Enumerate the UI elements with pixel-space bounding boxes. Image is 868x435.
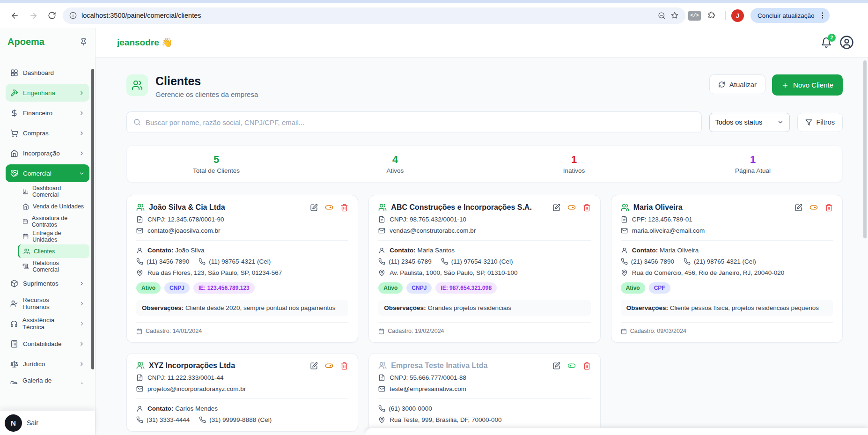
toggle-status-button[interactable] (567, 361, 576, 370)
sidebar-item-dashboard-comercial[interactable]: Dashboard Comercial (18, 184, 89, 198)
map-pin-icon (378, 416, 385, 423)
sidebar-item-relatorios-comercial[interactable]: Relatórios Comercial (18, 259, 89, 273)
client-email: vendas@construtorabc.com.br (378, 227, 590, 234)
client-phone: (11) 98765-4321 (Cel) (199, 258, 271, 265)
scales-icon (10, 360, 18, 368)
client-address: Rua Teste, 999, Brasília, DF, 70000-000 (378, 416, 590, 423)
delete-client-button[interactable] (340, 204, 348, 212)
page-content: Clientes Gerencie os clientes da empresa… (96, 58, 868, 435)
logout-button[interactable]: Sair (27, 419, 38, 427)
delete-client-button[interactable] (340, 362, 348, 370)
sidebar-item-label: Suprimentos (23, 280, 59, 287)
sidebar-item-assistencia-tecnica[interactable]: Assistência Técnica (6, 315, 89, 332)
client-document: CNPJ: 55.666.777/0001-88 (378, 374, 590, 381)
sidebar-item-clientes[interactable]: Clientes (18, 244, 89, 258)
sidebar-item-comercial[interactable]: Comercial (6, 164, 89, 182)
handshake-icon (10, 170, 18, 177)
edit-client-button[interactable] (310, 362, 318, 370)
page-subtitle: Gerencie os clientes da empresa (155, 90, 258, 98)
sidebar-item-galeria-de-arquivos[interactable]: Galeria de Arquivos (6, 375, 89, 384)
devtools-extension-icon[interactable]: </> (688, 11, 701, 21)
toggle-status-button[interactable] (567, 203, 576, 212)
sidebar-item-financeiro[interactable]: Financeiro (6, 104, 89, 122)
chevron-right-icon (79, 341, 85, 347)
map-pin-icon (378, 269, 385, 276)
bookmark-star-icon-slot[interactable] (670, 11, 679, 20)
extensions-puzzle-icon[interactable] (704, 7, 720, 23)
pin-icon[interactable] (80, 38, 88, 46)
client-notes: Observações: Cliente desde 2020, sempre … (136, 300, 348, 316)
edit-client-button[interactable] (552, 362, 560, 370)
card-divider (136, 398, 348, 399)
sidebar-item-assinatura-de-contratos[interactable]: Assinatura de Contratos (18, 214, 89, 228)
stat-value: 1 (485, 154, 663, 166)
arrow-left-icon (10, 11, 19, 20)
edit-client-button[interactable] (310, 204, 318, 212)
edit-client-button[interactable] (794, 204, 802, 212)
arrow-right-icon (29, 11, 38, 20)
delete-client-button[interactable] (583, 204, 591, 212)
chrome-update-button[interactable]: Concluir atualização (750, 8, 830, 23)
user-check-icon (10, 300, 18, 308)
status-filter-select[interactable]: Todos os status (709, 113, 790, 132)
sidebar-item-label: Entrega de Unidades (32, 230, 85, 243)
badge-cnpj: CNPJ (406, 282, 432, 294)
browser-profile-avatar[interactable]: J (731, 9, 744, 22)
delete-client-button[interactable] (825, 204, 833, 212)
delete-client-button[interactable] (583, 362, 591, 370)
url-text[interactable]: localhost:3500/painel/comercial/clientes (81, 12, 653, 19)
notifications-button[interactable]: 2 (821, 37, 832, 48)
client-badges: AtivoCNPJIE: 123.456.789.123 (136, 282, 348, 294)
user-icon (621, 247, 628, 254)
browser-reload-button[interactable] (44, 7, 60, 23)
sidebar-item-juridico[interactable]: Jurídico (6, 355, 89, 373)
toggle-status-button[interactable] (809, 203, 818, 212)
client-registered: Cadastro: 19/02/2024 (378, 322, 590, 334)
browser-forward-button[interactable] (25, 7, 41, 23)
sidebar-item-suprimentos[interactable]: Suprimentos (6, 274, 89, 292)
address-bar[interactable]: localhost:3500/painel/comercial/clientes (63, 7, 685, 24)
sidebar-footer: N Sair (0, 411, 95, 435)
card-divider (621, 240, 833, 241)
search-input[interactable] (146, 118, 695, 126)
toggle-status-button[interactable] (325, 203, 333, 212)
sidebar-item-contabilidade[interactable]: Contabilidade (6, 335, 89, 353)
sidebar-item-engenharia[interactable]: Engenharia (6, 84, 89, 102)
toggle-status-button[interactable] (325, 361, 333, 370)
edit-client-button[interactable] (552, 204, 560, 212)
badge-ie-987-654-321-098: IE: 987.654.321.098 (435, 282, 497, 294)
user-greeting: jeansodre 👋 (117, 37, 173, 48)
mail-icon (378, 227, 385, 234)
zoom-out-icon-slot[interactable] (658, 12, 666, 20)
browser-menu-icon[interactable] (818, 11, 827, 20)
browser-back-button[interactable] (7, 7, 22, 23)
client-title: XYZ Incorporações Ltda (136, 361, 235, 370)
filters-button[interactable]: Filtros (797, 113, 843, 132)
card-divider (378, 398, 590, 399)
client-name: João Silva & Cia Ltda (149, 203, 225, 212)
phone-icon (378, 405, 385, 412)
edit-icon (794, 204, 802, 212)
sidebar-item-label: Recursos Humanos (22, 296, 74, 310)
file-icon (378, 374, 385, 381)
new-client-button[interactable]: Novo Cliente (772, 74, 843, 96)
user-avatar[interactable]: N (5, 414, 22, 432)
sidebar-item-entrega-de-unidades[interactable]: Entrega de Unidades (18, 229, 89, 243)
client-email: maria.oliveira@email.com (621, 227, 833, 234)
edit-icon (552, 204, 560, 212)
sidebar-item-compras[interactable]: Compras (6, 124, 89, 142)
sidebar-item-dashboard[interactable]: Dashboard (6, 64, 89, 81)
sidebar-item-venda-de-unidades[interactable]: Venda de Unidades (18, 199, 89, 213)
sidebar-scrollbar[interactable] (91, 69, 94, 369)
sidebar-item-incorporacao[interactable]: Incorporação (6, 144, 89, 162)
refresh-button[interactable]: Atualizar (709, 74, 765, 94)
client-name: XYZ Incorporações Ltda (149, 361, 235, 370)
account-button[interactable] (839, 35, 854, 50)
sidebar-item-recursos-humanos[interactable]: Recursos Humanos (6, 295, 89, 312)
user-icon (378, 247, 385, 254)
phone-icon (378, 258, 385, 265)
stat-label: Ativos (306, 167, 485, 174)
page-title: Clientes (155, 74, 258, 88)
main-scrollbar[interactable] (863, 60, 867, 238)
badge-cpf: CPF (649, 282, 670, 294)
